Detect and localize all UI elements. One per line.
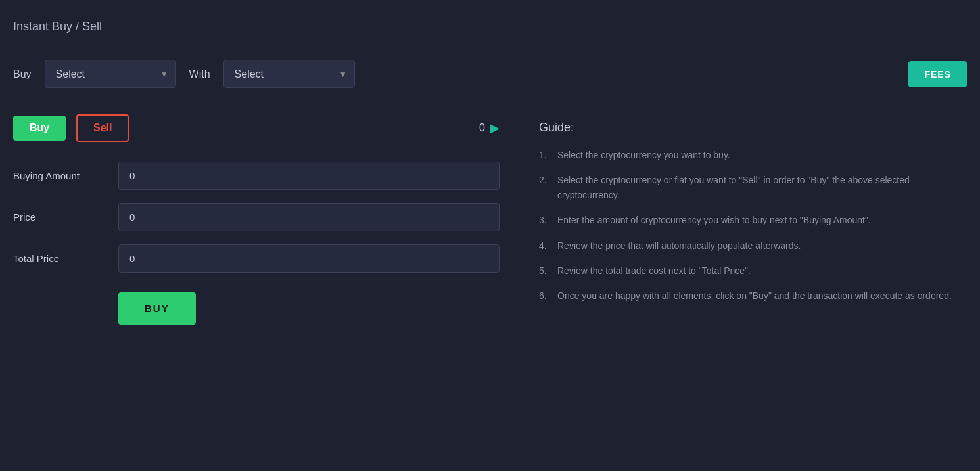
buying-amount-input[interactable] — [118, 162, 500, 190]
with-dropdown-wrapper: Select ▼ — [223, 60, 355, 88]
price-input[interactable] — [118, 203, 500, 231]
guide-step-2-num: 2. — [539, 173, 552, 202]
with-label: With — [189, 68, 210, 80]
submit-buy-button[interactable]: BUY — [118, 292, 196, 325]
sell-toggle-button[interactable]: Sell — [76, 114, 129, 142]
guide-step-3-text: Enter the amount of cryptocurrency you w… — [557, 213, 871, 227]
guide-step-4-num: 4. — [539, 238, 552, 253]
guide-step-3-num: 3. — [539, 213, 552, 227]
top-row-controls: Buy Select ▼ With Select ▼ — [13, 60, 355, 88]
price-row: Price — [13, 203, 500, 231]
cursor-icon: ▶ — [490, 121, 500, 135]
guide-step-5-num: 5. — [539, 263, 552, 278]
main-content: Buy Sell 0 ▶ Buying Amount Price Total P… — [13, 114, 967, 325]
guide-step-3: 3. Enter the amount of cryptocurrency yo… — [539, 213, 967, 227]
guide-step-5-text: Review the total trade cost next to "Tot… — [557, 263, 751, 278]
buy-dropdown[interactable]: Select — [45, 60, 176, 88]
guide-list: 1. Select the cryptocurrency you want to… — [539, 148, 967, 303]
top-row: Buy Select ▼ With Select ▼ FEES — [13, 60, 967, 88]
total-price-label: Total Price — [13, 253, 118, 264]
guide-step-2: 2. Select the cryptocurrency or fiat you… — [539, 173, 967, 202]
guide-title: Guide: — [539, 121, 967, 135]
guide-step-6: 6. Once you are happy with all elements,… — [539, 288, 967, 303]
balance-value: 0 — [479, 122, 485, 134]
buy-sell-row: Buy Sell 0 ▶ — [13, 114, 500, 142]
guide-step-6-num: 6. — [539, 288, 552, 303]
buy-toggle-button[interactable]: Buy — [13, 116, 66, 141]
buy-dropdown-wrapper: Select ▼ — [45, 60, 176, 88]
guide-panel: Guide: 1. Select the cryptocurrency you … — [539, 114, 967, 325]
buying-amount-row: Buying Amount — [13, 162, 500, 190]
guide-step-6-text: Once you are happy with all elements, cl… — [557, 288, 952, 303]
buy-label: Buy — [13, 68, 32, 80]
guide-step-1-text: Select the cryptocurrency you want to bu… — [557, 148, 730, 162]
guide-step-2-text: Select the cryptocurrency or fiat you wa… — [557, 173, 967, 202]
fees-button[interactable]: FEES — [908, 61, 967, 87]
guide-step-1-num: 1. — [539, 148, 552, 162]
trading-form-panel: Buy Sell 0 ▶ Buying Amount Price Total P… — [13, 114, 500, 325]
guide-step-4: 4. Review the price that will automatica… — [539, 238, 967, 253]
with-dropdown[interactable]: Select — [223, 60, 355, 88]
guide-step-4-text: Review the price that will automatically… — [557, 238, 801, 253]
buying-amount-label: Buying Amount — [13, 170, 118, 181]
page-title: Instant Buy / Sell — [13, 20, 967, 34]
guide-step-5: 5. Review the total trade cost next to "… — [539, 263, 967, 278]
guide-step-1: 1. Select the cryptocurrency you want to… — [539, 148, 967, 162]
price-label: Price — [13, 212, 118, 223]
total-price-input[interactable] — [118, 244, 500, 273]
total-price-row: Total Price — [13, 244, 500, 273]
balance-display: 0 ▶ — [479, 121, 500, 135]
